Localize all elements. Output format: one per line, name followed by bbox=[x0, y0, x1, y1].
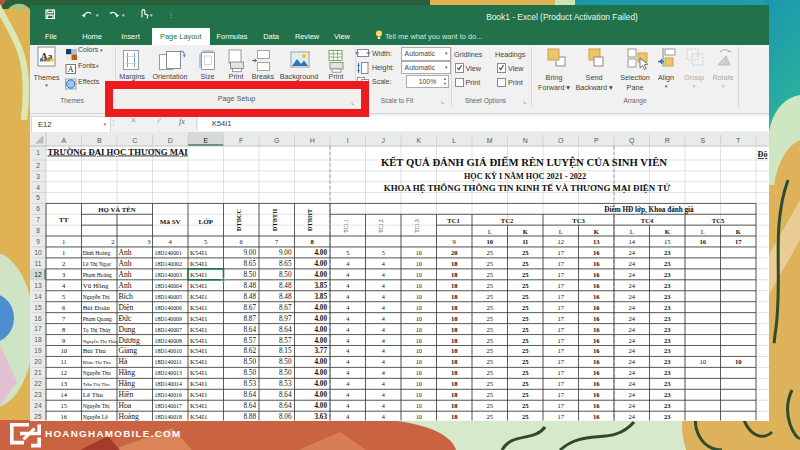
svg-text:8.64: 8.64 bbox=[279, 391, 292, 399]
svg-text:10: 10 bbox=[416, 282, 422, 289]
svg-text:L: L bbox=[701, 228, 705, 235]
svg-text:18D140008: 18D140008 bbox=[155, 338, 182, 344]
svg-text:Hoa: Hoa bbox=[119, 401, 132, 410]
svg-text:24: 24 bbox=[628, 347, 635, 354]
svg-text:ĐTBHT: ĐTBHT bbox=[306, 208, 313, 231]
svg-text:4: 4 bbox=[346, 304, 349, 311]
svg-text:16: 16 bbox=[593, 315, 600, 322]
svg-text:25: 25 bbox=[486, 249, 493, 256]
svg-text:18: 18 bbox=[451, 315, 458, 322]
svg-text:8.48: 8.48 bbox=[279, 282, 292, 290]
svg-text:13: 13 bbox=[593, 238, 600, 245]
svg-text:K: K bbox=[736, 228, 742, 235]
svg-text:13: 13 bbox=[34, 282, 42, 289]
svg-text:P: P bbox=[594, 137, 599, 144]
svg-text:4: 4 bbox=[382, 304, 385, 311]
svg-text:24: 24 bbox=[628, 304, 635, 311]
svg-text:23: 23 bbox=[664, 391, 671, 398]
svg-text:Hằng: Hằng bbox=[119, 368, 136, 377]
svg-text:5: 5 bbox=[382, 249, 385, 256]
svg-text:25: 25 bbox=[486, 369, 493, 376]
svg-text:4: 4 bbox=[382, 347, 385, 354]
svg-text:TC1.1: TC1.1 bbox=[343, 219, 349, 233]
svg-text:20: 20 bbox=[451, 249, 458, 256]
svg-text:K54I1: K54I1 bbox=[190, 369, 207, 376]
svg-text:25: 25 bbox=[522, 326, 529, 333]
svg-text:24: 24 bbox=[628, 260, 635, 267]
svg-text:10: 10 bbox=[416, 260, 422, 267]
svg-text:25: 25 bbox=[486, 315, 493, 322]
svg-text:16: 16 bbox=[593, 347, 600, 354]
svg-text:24: 24 bbox=[628, 369, 635, 376]
svg-text:17: 17 bbox=[557, 293, 564, 300]
svg-text:ĐTBTH: ĐTBTH bbox=[271, 209, 278, 231]
svg-text:I: I bbox=[347, 137, 349, 144]
svg-text:3: 3 bbox=[36, 173, 40, 180]
svg-text:16: 16 bbox=[593, 249, 600, 256]
svg-text:Mã SV: Mã SV bbox=[160, 218, 181, 226]
svg-text:16: 16 bbox=[593, 337, 600, 344]
svg-text:HỌC KỲ I NĂM HỌC 2021 - 2022: HỌC KỲ I NĂM HỌC 2021 - 2022 bbox=[464, 171, 586, 181]
svg-text:16: 16 bbox=[593, 391, 600, 398]
svg-text:15: 15 bbox=[60, 402, 67, 409]
svg-text:4: 4 bbox=[382, 271, 385, 278]
svg-text:8.64: 8.64 bbox=[279, 326, 292, 334]
svg-text:4: 4 bbox=[346, 282, 349, 289]
svg-text:23: 23 bbox=[664, 337, 671, 344]
svg-text:18D140001: 18D140001 bbox=[155, 250, 182, 256]
svg-text:K54I1: K54I1 bbox=[190, 293, 207, 300]
svg-text:16: 16 bbox=[593, 369, 600, 376]
svg-text:Nguyễn Thị: Nguyễn Thị bbox=[83, 403, 110, 409]
svg-text:K54I1: K54I1 bbox=[190, 315, 207, 322]
svg-text:18D140016: 18D140016 bbox=[155, 392, 182, 398]
svg-text:12: 12 bbox=[34, 271, 42, 278]
svg-text:4: 4 bbox=[346, 293, 349, 300]
svg-text:18: 18 bbox=[451, 347, 458, 354]
svg-text:S: S bbox=[700, 137, 705, 144]
svg-text:23: 23 bbox=[664, 271, 671, 278]
svg-text:Nguyễn Thị Thùy: Nguyễn Thị Thùy bbox=[83, 339, 119, 344]
svg-text:4.00: 4.00 bbox=[314, 315, 327, 323]
svg-text:Vũ Hồng: Vũ Hồng bbox=[83, 282, 109, 290]
svg-text:C: C bbox=[132, 137, 137, 144]
svg-text:4: 4 bbox=[346, 380, 349, 387]
svg-text:17: 17 bbox=[735, 238, 742, 245]
svg-text:18: 18 bbox=[451, 337, 458, 344]
svg-text:4.00: 4.00 bbox=[314, 402, 327, 410]
svg-text:25: 25 bbox=[486, 413, 493, 420]
svg-text:K54I1: K54I1 bbox=[190, 337, 207, 344]
svg-text:18: 18 bbox=[451, 282, 458, 289]
svg-text:4.00: 4.00 bbox=[314, 271, 327, 279]
svg-text:4: 4 bbox=[382, 337, 385, 344]
svg-text:4.00: 4.00 bbox=[314, 380, 327, 388]
svg-text:10: 10 bbox=[416, 249, 422, 256]
svg-text:25: 25 bbox=[486, 304, 493, 311]
svg-text:17: 17 bbox=[557, 402, 564, 409]
svg-text:22: 22 bbox=[34, 380, 42, 387]
svg-text:17: 17 bbox=[557, 326, 564, 333]
svg-text:4: 4 bbox=[382, 413, 385, 420]
svg-text:10: 10 bbox=[416, 413, 422, 420]
svg-text:Nguyễn Thị: Nguyễn Thị bbox=[83, 294, 110, 300]
svg-text:Độ: Độ bbox=[758, 150, 768, 159]
svg-text:ĐTBCC: ĐTBCC bbox=[235, 208, 242, 231]
svg-text:25: 25 bbox=[486, 293, 493, 300]
svg-text:K54I1: K54I1 bbox=[190, 347, 207, 354]
svg-text:8.50: 8.50 bbox=[243, 369, 256, 377]
svg-text:24: 24 bbox=[628, 402, 635, 409]
svg-text:16: 16 bbox=[60, 413, 67, 420]
svg-text:15: 15 bbox=[34, 304, 42, 311]
svg-text:14: 14 bbox=[34, 293, 42, 300]
svg-text:8: 8 bbox=[36, 227, 40, 234]
svg-text:7: 7 bbox=[36, 216, 40, 223]
svg-text:17: 17 bbox=[557, 260, 564, 267]
svg-text:4: 4 bbox=[382, 380, 385, 387]
svg-text:Tạ Thị Thùy: Tạ Thị Thùy bbox=[83, 327, 111, 333]
svg-text:16: 16 bbox=[699, 238, 706, 245]
svg-text:H: H bbox=[310, 137, 315, 144]
svg-text:20: 20 bbox=[34, 358, 42, 365]
svg-text:16: 16 bbox=[593, 402, 600, 409]
svg-text:8.50: 8.50 bbox=[279, 271, 292, 279]
svg-text:Bùi Thu: Bùi Thu bbox=[83, 347, 107, 355]
svg-text:25: 25 bbox=[486, 402, 493, 409]
